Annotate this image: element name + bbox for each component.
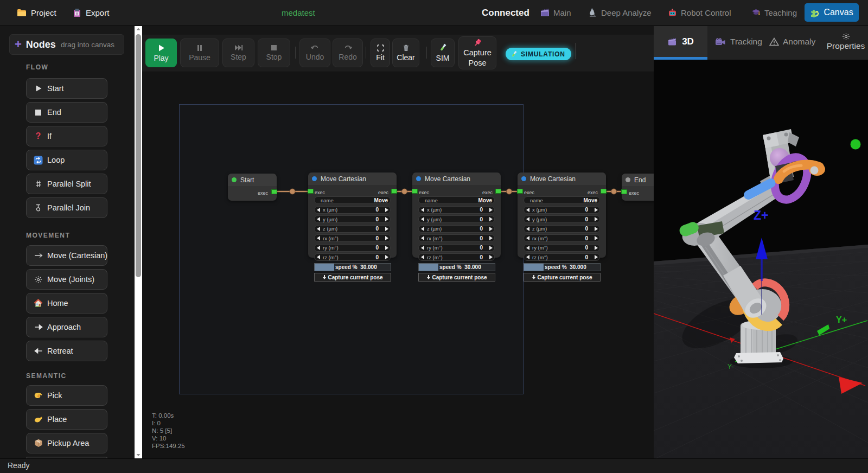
svg-text:Z+: Z+ [754, 208, 768, 222]
svg-text:Y+: Y+ [836, 315, 847, 324]
svg-text:Y-: Y- [727, 363, 733, 370]
